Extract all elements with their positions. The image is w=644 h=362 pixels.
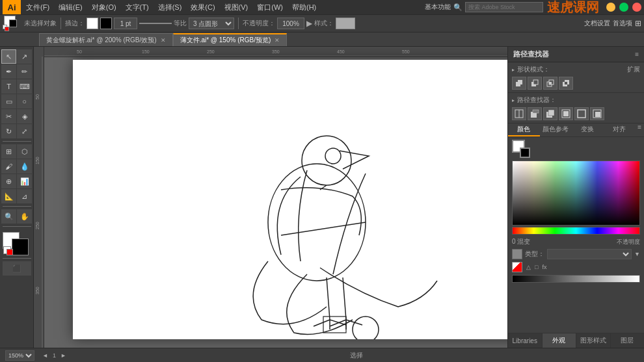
tool-type-v[interactable]: ⌨ [17, 79, 32, 94]
menu-edit[interactable]: 编辑(E) [55, 1, 87, 14]
unite-btn[interactable] [512, 77, 526, 90]
tool-blob[interactable]: 💧 [17, 159, 32, 174]
tool-blend[interactable]: ⬡ [17, 144, 32, 159]
intersect-btn[interactable] [543, 77, 557, 90]
no-selection-label: 未选择对象 [24, 19, 57, 28]
tool-rect[interactable]: ▭ [1, 94, 16, 109]
type-label: 类型： [525, 250, 544, 259]
libraries-tab[interactable]: Libraries [508, 333, 543, 348]
menu-text[interactable]: 文字(T) [122, 1, 153, 14]
tool-direct-select[interactable]: ↗ [17, 49, 32, 64]
zoom-selector[interactable]: 150% 100% 200% [5, 350, 34, 361]
trim-btn[interactable] [528, 107, 542, 120]
tool-brush[interactable]: 🖌 [1, 159, 16, 174]
toolbar-stroke-swatch[interactable] [9, 19, 17, 27]
tab-0-close[interactable]: ✕ [161, 37, 166, 44]
stroke-weight-input[interactable]: 1 pt [114, 18, 137, 29]
screen-mode-btn[interactable]: ⬛ [3, 261, 31, 276]
tool-column[interactable]: 📊 [17, 174, 32, 188]
color-tab[interactable]: 颜色 [508, 123, 540, 136]
tool-row-brush: 🖌 💧 [1, 159, 32, 174]
menu-window[interactable]: 窗口(W) [253, 1, 287, 14]
panel-menu-btn[interactable]: ≡ [635, 123, 644, 136]
opacity-input[interactable]: 100% [277, 18, 304, 29]
tool-zoom[interactable]: 🔍 [1, 209, 16, 224]
tool-scale[interactable]: ⤢ [17, 124, 32, 138]
workspace-label: 基本功能 [425, 3, 451, 12]
close-button[interactable] [632, 3, 641, 12]
brush-selector[interactable]: 3 点圆形 [189, 18, 234, 29]
next-artboard-btn[interactable]: ► [59, 352, 68, 359]
divide-btn[interactable] [512, 107, 526, 120]
graphic-styles-tab[interactable]: 图形样式 [576, 333, 611, 348]
tool-type[interactable]: T [1, 79, 16, 94]
minus-front-btn[interactable] [528, 77, 542, 90]
tool-row-rotate: ↻ ⤢ [1, 124, 32, 138]
window-controls [604, 3, 641, 12]
svg-line-15 [327, 278, 330, 320]
tool-pen[interactable]: ✒ [1, 64, 16, 79]
menu-file[interactable]: 文件(F) [22, 1, 53, 14]
tool-ellipse[interactable]: ○ [17, 94, 32, 109]
doc-settings-btn[interactable]: 文档设置 [584, 19, 610, 28]
menu-select[interactable]: 选择(S) [154, 1, 186, 14]
tool-sep-3 [3, 226, 31, 227]
toolbox-stroke-color[interactable] [12, 239, 29, 255]
path-finder-label: 路径查找器 [513, 49, 549, 59]
menu-help[interactable]: 帮助(H) [288, 1, 320, 14]
path-finder-close[interactable]: ≡ [635, 51, 639, 58]
tab-0[interactable]: 黄金螺旋解析.ai* @ 200% (RGB/效预) ✕ [39, 33, 173, 46]
appearance-swatch[interactable] [512, 249, 522, 259]
tool-eraser[interactable]: ◈ [17, 109, 32, 123]
current-tool-label: 选择 [350, 352, 363, 359]
transform-tab[interactable]: 变换 [572, 123, 604, 136]
layers-tab[interactable]: 图层 [611, 333, 645, 348]
type-expand[interactable]: ▼ [634, 251, 640, 257]
exclude-btn[interactable] [559, 77, 573, 90]
fill-diag-swatch[interactable] [512, 262, 522, 272]
tool-measure[interactable]: 📐 [1, 189, 16, 203]
toolbar-reset-icon[interactable] [3, 25, 9, 31]
type-selector[interactable] [547, 249, 632, 259]
color-ref-tab[interactable]: 颜色参考 [540, 123, 572, 136]
menu-effects[interactable]: 效果(C) [187, 1, 219, 14]
color-spectrum[interactable] [512, 161, 640, 226]
tool-select[interactable]: ↖ [1, 49, 16, 64]
menu-object[interactable]: 对象(O) [88, 1, 120, 14]
tool-symbol[interactable]: ⊕ [1, 174, 16, 188]
align-tab[interactable]: 对齐 [603, 123, 635, 136]
path-finder-ops-title: 路径查找器： [512, 96, 640, 105]
preferences-btn[interactable]: 首选项 [613, 19, 632, 28]
style-swatch[interactable] [336, 18, 355, 29]
hue-slider[interactable] [512, 227, 640, 235]
svg-text:450: 450 [337, 49, 345, 54]
tab-1-close[interactable]: ✕ [275, 37, 280, 44]
stroke-color-box[interactable] [520, 148, 530, 158]
crop-btn[interactable] [559, 107, 573, 120]
tool-scissors[interactable]: ✂ [1, 109, 16, 123]
menu-view[interactable]: 视图(V) [221, 1, 252, 14]
swap-colors[interactable] [7, 249, 13, 255]
stroke-weight-swatch[interactable] [100, 18, 112, 29]
prev-artboard-btn[interactable]: ◄ [41, 352, 49, 359]
minimize-button[interactable] [606, 3, 615, 12]
outline-btn[interactable] [574, 107, 589, 120]
blend-row: 0 混变 不透明度 [508, 236, 644, 248]
tool-pencil[interactable]: ✏ [17, 64, 32, 79]
merge-btn[interactable] [543, 107, 557, 120]
gray-slider[interactable] [512, 275, 640, 283]
tool-perspective[interactable]: ⊿ [17, 189, 32, 203]
illustration-svg[interactable] [73, 60, 507, 339]
minus-back-btn[interactable] [590, 107, 604, 120]
tool-hand[interactable]: ✋ [17, 209, 32, 224]
adobe-stock-search[interactable] [465, 2, 543, 12]
stroke-style-selector[interactable] [139, 23, 172, 24]
stroke-color-swatch[interactable] [87, 18, 98, 29]
maximize-button[interactable] [619, 3, 628, 12]
appearance-tab[interactable]: 外观 [543, 333, 577, 348]
tool-rotate[interactable]: ↻ [1, 124, 16, 138]
arrange-icon[interactable]: ⊞ [635, 19, 641, 28]
opacity-arrow[interactable]: ▶ [306, 19, 312, 28]
tool-mesh[interactable]: ⊞ [1, 144, 16, 159]
tab-1[interactable]: 薄文件.ai* @ 150% (RGB/预览) ✕ [173, 33, 288, 46]
